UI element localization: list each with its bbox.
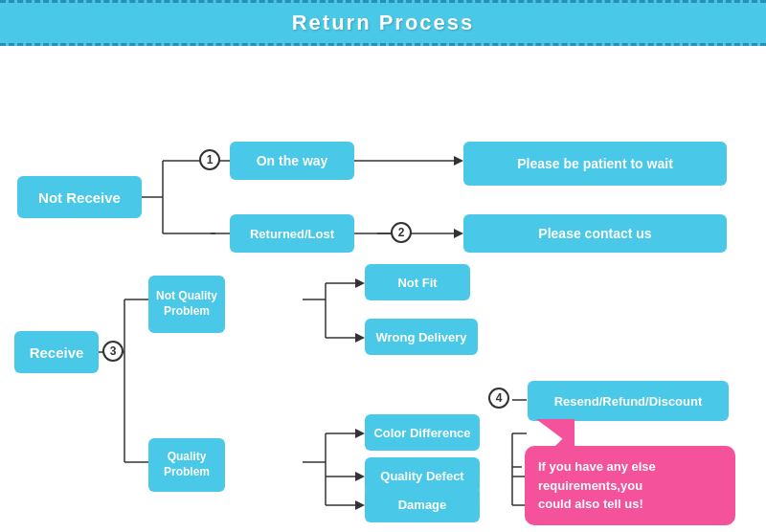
patient-wait-box: Please be patient to wait (463, 142, 727, 186)
svg-marker-9 (454, 229, 463, 238)
circle-4: 4 (488, 388, 509, 409)
damage-box: Damage (365, 486, 480, 522)
svg-marker-20 (355, 333, 365, 343)
svg-marker-24 (355, 429, 365, 438)
quality-problem-box: Quality Problem (148, 438, 225, 492)
svg-marker-26 (355, 472, 365, 481)
not-quality-box: Not Quality Problem (148, 276, 225, 333)
header: Return Process (0, 0, 766, 46)
svg-marker-18 (355, 278, 365, 288)
speech-bubble-text: If you have any else requirements,you co… (538, 459, 656, 511)
color-difference-box: Color Difference (365, 414, 480, 451)
not-receive-box: Not Receive (17, 176, 142, 218)
svg-marker-7 (454, 156, 463, 166)
returned-lost-box: Returned/Lost (230, 214, 354, 253)
not-fit-box: Not Fit (365, 264, 470, 300)
circle-3: 3 (102, 341, 124, 362)
wrong-delivery-box: Wrong Delivery (365, 319, 478, 355)
svg-marker-28 (355, 500, 365, 510)
circle-1: 1 (199, 149, 220, 170)
on-the-way-box: On the way (230, 142, 354, 180)
page-title: Return Process (0, 11, 766, 35)
main-content: Not Receive 1 On the way Returned/Lost 2… (0, 46, 766, 532)
contact-us-box: Please contact us (463, 214, 727, 253)
resend-box: Resend/Refund/Discount (528, 381, 729, 421)
circle-2: 2 (391, 222, 412, 243)
speech-bubble: If you have any else requirements,you co… (525, 446, 735, 525)
receive-box: Receive (14, 331, 99, 373)
